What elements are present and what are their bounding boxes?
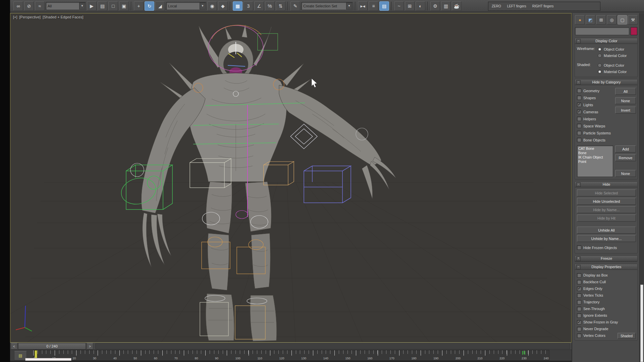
shaded-color-radio[interactable]: Object Color <box>598 62 636 68</box>
ruler-major-ticks <box>33 350 549 356</box>
viewport-scene[interactable] <box>10 13 571 342</box>
display-property-checkbox-row[interactable]: Display as Box <box>577 272 636 279</box>
panel-scrollbar-thumb[interactable] <box>640 285 643 362</box>
spinner-snap-icon[interactable]: ⇅ ▼ <box>276 1 285 11</box>
right-control-box[interactable] <box>304 166 351 203</box>
tab-display[interactable]: ▢ <box>618 15 628 24</box>
select-and-move-icon[interactable]: + ▼ <box>134 1 144 11</box>
named-selection-set-dropdown[interactable]: Create Selection Set ▼ <box>301 2 353 10</box>
list-edit-button[interactable]: Remove <box>615 154 636 161</box>
listbox-item[interactable]: IK Chain Object <box>578 155 612 160</box>
listbox-item[interactable]: Bone <box>578 151 612 155</box>
display-property-checkbox-row[interactable]: Ignore Extents <box>577 312 636 319</box>
hide-action-button[interactable]: Hide by Hit <box>577 215 636 222</box>
rollout-header[interactable]: + Freeze <box>575 256 637 261</box>
rectangular-selection-region-icon[interactable]: □ ▼ <box>108 1 118 11</box>
hide-action-button[interactable]: Hide Selected <box>577 189 636 196</box>
category-checkbox-row[interactable]: Cameras <box>577 108 613 115</box>
layer-manager-icon[interactable]: ▤ ▼ <box>379 1 389 11</box>
category-checkbox-row[interactable]: Shapes <box>577 94 613 101</box>
curve-editor-icon[interactable]: ~ ▼ <box>394 1 404 11</box>
macro-button[interactable]: ZERO <box>492 4 501 8</box>
select-by-name-icon[interactable]: ▤ ▼ <box>98 1 107 11</box>
category-checkbox-row[interactable]: Lights <box>577 101 613 108</box>
vertex-colors-shaded-button[interactable]: Shaded <box>618 333 636 339</box>
unlink-selection-icon[interactable]: ⊘ ▼ <box>24 1 34 11</box>
category-filter-button[interactable]: Invert <box>615 107 636 114</box>
display-property-checkbox-row[interactable]: Edges Only <box>577 285 636 292</box>
display-property-checkbox-row[interactable]: See-Through <box>577 305 636 312</box>
category-checkbox-row[interactable]: Geometry <box>577 87 613 94</box>
select-and-scale-icon[interactable]: ◢ ▼ <box>155 1 165 11</box>
object-name-field[interactable] <box>575 27 629 35</box>
object-color-swatch[interactable] <box>631 27 637 35</box>
render-setup-icon[interactable]: ⚙ ▼ <box>430 1 440 11</box>
select-object-icon[interactable]: ▶ ▼ <box>87 1 97 11</box>
hide-action-button[interactable]: Hide by Name... <box>577 206 636 213</box>
window-crossing-icon[interactable]: ▣ ▼ <box>119 1 129 11</box>
hide-action-button[interactable]: Unhide by Name... <box>577 235 636 242</box>
listbox-item[interactable]: Point <box>578 160 612 164</box>
rollout-header[interactable]: − Display Color <box>575 38 637 44</box>
align-icon[interactable]: ≡ ▼ <box>369 1 378 11</box>
wireframe-color-radio[interactable]: Material Color <box>598 52 636 59</box>
schematic-view-icon[interactable]: ⊞ ▼ <box>405 1 415 11</box>
bind-to-space-warp-icon[interactable]: ≈ ▼ <box>35 1 45 11</box>
hide-frozen-objects-checkbox[interactable]: Hide Frozen Objects <box>577 244 636 251</box>
display-property-checkbox-row[interactable]: Trajectory <box>577 299 636 305</box>
previous-frame-button[interactable]: < <box>11 343 17 350</box>
listbox-item[interactable]: CAT Bone <box>578 146 612 151</box>
category-checkbox-row[interactable]: Particle Systems <box>577 129 613 136</box>
perspective-viewport[interactable]: [+] [Perspective] [Shaded + Edged Faces] <box>10 13 572 343</box>
selection-filter-dropdown[interactable]: All ▼ <box>46 2 86 10</box>
category-checkbox-row[interactable]: Bone Objects <box>577 136 613 143</box>
use-pivot-point-icon[interactable]: ◉ ▼ <box>207 1 217 11</box>
angle-snap-icon[interactable]: ∠ ▼ <box>254 1 264 11</box>
display-property-checkbox-row[interactable]: Vertex Ticks <box>577 292 636 299</box>
render-production-icon[interactable]: ☕ ▼ <box>452 1 462 11</box>
tab-motion[interactable]: ◎ <box>607 15 617 24</box>
time-slider-track[interactable] <box>95 343 570 349</box>
reference-coordinate-dropdown[interactable]: Local ▼ <box>166 2 206 10</box>
macro-button[interactable]: LEFT fingers <box>507 4 526 8</box>
category-checkbox-row[interactable]: Helpers <box>577 115 613 122</box>
select-and-rotate-icon[interactable]: ↻ ▼ <box>145 1 154 11</box>
material-editor-icon[interactable]: ◐ ▼ <box>416 1 425 11</box>
tab-create[interactable]: ● <box>575 15 585 24</box>
display-property-checkbox-row[interactable]: Backface Cull <box>577 279 636 285</box>
tab-utilities[interactable]: ⚒ <box>628 15 638 24</box>
category-filter-button[interactable]: All <box>615 88 636 95</box>
wireframe-color-radio[interactable]: Object Color <box>598 46 636 52</box>
rollout-header[interactable]: − Hide <box>575 182 637 187</box>
viewport-pov-menu[interactable]: [Perspective] <box>19 15 41 19</box>
snaps-toggle-icon[interactable]: 3 ▼ <box>244 1 253 11</box>
category-listbox[interactable]: CAT BoneBoneIK Chain ObjectPoint <box>577 145 613 177</box>
next-frame-button[interactable]: > <box>87 343 93 350</box>
hide-action-button[interactable]: Unhide All <box>577 227 636 234</box>
hide-action-button[interactable]: Hide Unselected <box>577 198 636 205</box>
mirror-icon[interactable]: ▸◂ ▼ <box>358 1 368 11</box>
list-none-button[interactable]: None <box>615 170 636 177</box>
timeline-ruler[interactable]: 0102030405060708090100110120130140150160… <box>33 350 549 361</box>
macro-button[interactable]: RIGHT fingers <box>532 4 554 8</box>
select-and-link-icon[interactable]: ∞ ▼ <box>13 1 23 11</box>
rollout-header[interactable]: − Display Properties <box>575 264 637 270</box>
viewport-shading-menu[interactable]: [Shaded + Edged Faces] <box>43 15 83 19</box>
percent-snap-icon[interactable]: % ▼ <box>265 1 275 11</box>
select-and-manipulate-icon[interactable]: ◆ ▼ <box>218 1 228 11</box>
keyboard-shortcut-override-icon[interactable]: ▦ ▼ <box>233 1 243 11</box>
shaded-color-radio[interactable]: Material Color <box>598 68 636 75</box>
time-slider-handle[interactable]: 0 / 240 <box>18 343 86 350</box>
category-checkbox-row[interactable]: Space Warps <box>577 122 613 129</box>
list-edit-button[interactable]: Add <box>615 145 636 153</box>
tab-modify[interactable]: ◩ <box>586 15 596 24</box>
category-filter-button[interactable]: None <box>615 97 636 104</box>
display-property-checkbox-row[interactable]: Never Degrade <box>577 325 636 332</box>
viewport-general-menu[interactable]: [+] <box>13 15 17 19</box>
display-property-checkbox-row[interactable]: Show Frozen in Gray <box>577 319 636 325</box>
rollout-header[interactable]: − Hide by Category <box>575 79 637 85</box>
edit-named-selection-sets-icon[interactable]: ✎ ▼ <box>290 1 300 11</box>
panel-scrollbar[interactable] <box>639 13 644 362</box>
rendered-frame-window-icon[interactable]: ▥ ▼ <box>441 1 451 11</box>
tab-hierarchy[interactable]: ⊞ <box>596 15 606 24</box>
